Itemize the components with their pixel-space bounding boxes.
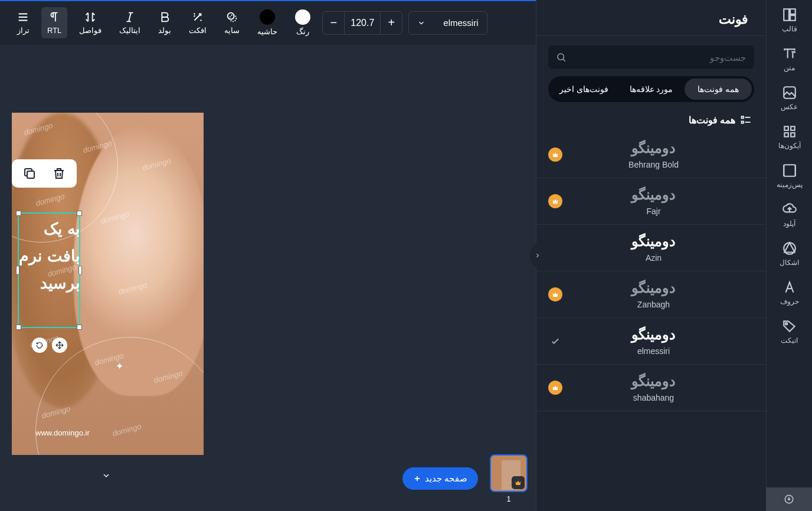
font-item-fajr[interactable]: دومینگو Fajr xyxy=(536,178,766,225)
right-side-nav: قالب متن عکس آیکون‌ها پس‌زمینه آپلود اشک… xyxy=(766,0,812,511)
rtl-button[interactable]: RTL xyxy=(41,7,67,38)
nav-tag-label: اتیکت xyxy=(781,336,798,345)
nav-text[interactable]: متن xyxy=(782,46,797,72)
resize-handle-tr[interactable] xyxy=(77,211,82,216)
letters-icon xyxy=(782,280,797,295)
effect-button[interactable]: افکت xyxy=(183,7,212,38)
font-preview: دومینگو xyxy=(558,373,749,389)
spacing-button[interactable]: فواصل xyxy=(73,7,107,38)
nav-letters[interactable]: حروف xyxy=(780,280,799,306)
svg-rect-12 xyxy=(742,116,744,118)
site-url: www.domingo.ir xyxy=(35,428,90,437)
copy-icon[interactable] xyxy=(22,166,37,181)
nav-background[interactable]: پس‌زمینه xyxy=(777,163,803,189)
template-icon xyxy=(782,7,797,22)
new-page-label: صفحه جدید xyxy=(425,473,467,484)
download-icon xyxy=(784,494,794,505)
page-thumbnail[interactable] xyxy=(490,454,528,492)
nav-text-label: متن xyxy=(784,64,795,72)
font-size-group: − 120.7 + xyxy=(322,11,402,35)
new-page-button[interactable]: صفحه جدید xyxy=(402,467,478,490)
font-name-label: Fajr xyxy=(558,207,749,216)
rotate-handle[interactable] xyxy=(32,338,47,353)
section-title-label: همه فونت‌ها xyxy=(689,114,735,126)
bold-label: بولد xyxy=(158,26,171,35)
nav-upload[interactable]: آپلود xyxy=(782,202,797,228)
resize-handle-ml[interactable] xyxy=(16,266,19,275)
svg-point-11 xyxy=(558,54,564,60)
premium-badge xyxy=(548,148,562,162)
font-item-shabahang[interactable]: دومینگو shabahang xyxy=(536,365,766,411)
color-swatch xyxy=(295,9,310,25)
align-button[interactable]: تراز xyxy=(11,7,35,38)
background-icon xyxy=(782,163,797,178)
bold-button[interactable]: بولد xyxy=(152,7,177,38)
svg-rect-6 xyxy=(784,133,788,137)
font-size-increase[interactable]: + xyxy=(381,12,402,34)
color-button[interactable]: رنگ xyxy=(289,6,316,40)
resize-handle-br[interactable] xyxy=(77,325,82,330)
move-handle[interactable] xyxy=(52,338,67,353)
svg-rect-4 xyxy=(784,126,788,130)
floating-toolbar xyxy=(12,159,77,188)
svg-rect-2 xyxy=(790,15,795,21)
shadow-label: سایه xyxy=(224,26,240,35)
nav-icons[interactable]: آیکون‌ها xyxy=(778,124,801,150)
bottom-bar: صفحه جدید 1 xyxy=(0,446,536,511)
section-title: همه فونت‌ها xyxy=(536,110,766,132)
chevron-down-icon xyxy=(417,19,425,27)
font-size-value[interactable]: 120.7 xyxy=(344,12,381,34)
selection-box[interactable] xyxy=(18,212,80,328)
font-item-azin[interactable]: دومینگو Azin xyxy=(536,225,766,271)
nav-shapes[interactable]: اشکال xyxy=(780,241,799,267)
font-name-label: Zanbagh xyxy=(558,300,749,309)
search-input[interactable] xyxy=(574,45,754,69)
font-name-label: shabahang xyxy=(558,393,749,402)
svg-rect-8 xyxy=(784,165,795,176)
image-icon xyxy=(782,85,797,100)
svg-rect-1 xyxy=(790,9,795,14)
svg-rect-13 xyxy=(742,122,744,123)
nav-image-label: عکس xyxy=(781,103,798,111)
border-button[interactable]: حاشیه xyxy=(251,6,283,40)
resize-handle-mr[interactable] xyxy=(78,266,82,275)
color-label: رنگ xyxy=(296,27,309,36)
font-name-label: elmessiri xyxy=(558,346,749,356)
font-preview: دومینگو xyxy=(558,186,749,203)
search-button[interactable] xyxy=(548,45,574,69)
rtl-icon xyxy=(48,11,61,24)
spacing-label: فواصل xyxy=(79,26,102,35)
font-size-decrease[interactable]: − xyxy=(323,12,344,34)
font-item-behrang[interactable]: دومینگو Behrang Bold xyxy=(536,132,766,178)
canvas-area[interactable]: domingo domingo domingo domingo domingo … xyxy=(0,46,536,511)
svg-point-15 xyxy=(228,13,234,19)
font-preview: دومینگو xyxy=(558,326,749,343)
page-number: 1 xyxy=(506,494,510,503)
font-preview: دومینگو xyxy=(558,280,749,296)
tab-favorites[interactable]: مورد علاقه‌ها xyxy=(618,78,685,100)
font-item-elmessiri[interactable]: دومینگو elmessiri xyxy=(536,318,766,365)
font-preview: دومینگو xyxy=(558,233,749,250)
nav-background-label: پس‌زمینه xyxy=(777,181,803,189)
nav-image[interactable]: عکس xyxy=(781,85,798,111)
font-name-label: Behrang Bold xyxy=(558,160,749,169)
move-icon xyxy=(55,341,64,349)
trash-icon[interactable] xyxy=(52,166,66,181)
nav-template[interactable]: قالب xyxy=(782,7,797,33)
panel-title: فونت xyxy=(536,0,766,36)
resize-handle-tl[interactable] xyxy=(16,211,21,216)
tab-recent[interactable]: فونت‌های اخیر xyxy=(551,78,618,100)
svg-rect-7 xyxy=(791,133,795,137)
font-selector[interactable]: elmessiri xyxy=(408,11,487,35)
page-thumbnail-wrap: 1 xyxy=(490,454,528,503)
search-icon xyxy=(556,52,567,63)
font-item-zanbagh[interactable]: دومینگو Zanbagh xyxy=(536,271,766,318)
resize-handle-bl[interactable] xyxy=(16,325,21,330)
italic-button[interactable]: ایتالیک xyxy=(113,7,146,38)
italic-label: ایتالیک xyxy=(119,26,140,35)
tab-all-fonts[interactable]: همه فونت‌ها xyxy=(685,78,752,100)
nav-edit-bottom[interactable] xyxy=(766,487,812,511)
shadow-button[interactable]: سایه xyxy=(218,7,245,38)
nav-tag[interactable]: اتیکت xyxy=(781,319,798,345)
font-list[interactable]: دومینگو Behrang Bold دومینگو Fajr دومینگ… xyxy=(536,132,766,511)
